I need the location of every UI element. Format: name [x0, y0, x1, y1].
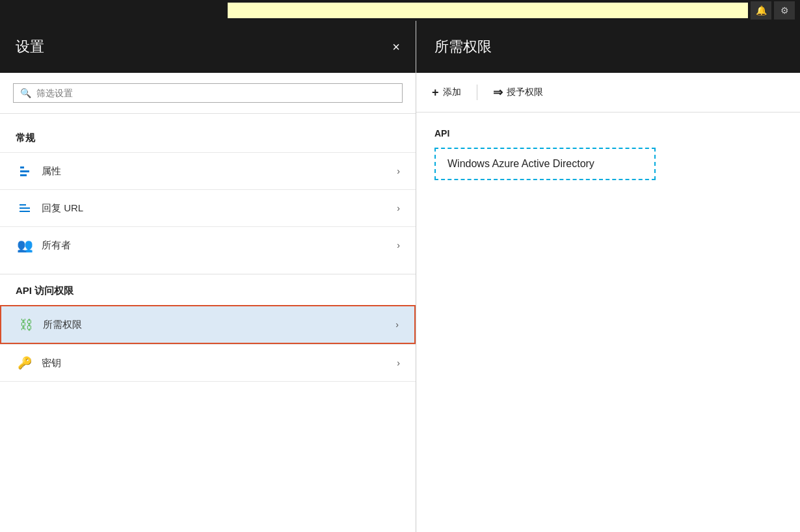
nav-content: 常规 属性 › 回复 URL › — [0, 114, 416, 395]
section-api-label: API 访问权限 — [0, 280, 416, 305]
add-button[interactable]: + 添加 — [432, 86, 461, 100]
section-divider — [0, 274, 416, 274]
search-box: 🔍 — [13, 83, 403, 103]
right-content: API Windows Azure Active Directory — [416, 113, 800, 196]
add-icon: + — [432, 86, 439, 100]
left-panel: 设置 × 🔍 常规 属性 › — [0, 21, 416, 532]
add-label: 添加 — [443, 86, 461, 98]
properties-label: 属性 — [42, 165, 397, 178]
search-container: 🔍 — [0, 73, 416, 114]
nav-item-reply-url[interactable]: 回复 URL › — [0, 189, 416, 226]
nav-item-keys[interactable]: 🔑 密钥 › — [0, 344, 416, 382]
right-header: 所需权限 — [416, 21, 800, 73]
search-input[interactable] — [36, 88, 395, 98]
section-general-label: 常规 — [0, 127, 416, 152]
keys-label: 密钥 — [42, 357, 397, 369]
main-layout: 设置 × 🔍 常规 属性 › — [0, 21, 800, 532]
grant-label: 授予权限 — [507, 86, 543, 98]
nav-item-owners[interactable]: 👥 所有者 › — [0, 226, 416, 263]
nav-item-properties[interactable]: 属性 › — [0, 152, 416, 189]
grant-permissions-button[interactable]: ⇒ 授予权限 — [493, 85, 543, 100]
settings-title: 设置 — [16, 37, 44, 57]
owners-chevron: › — [397, 240, 400, 250]
owners-label: 所有者 — [42, 239, 397, 252]
api-item-waad-label: Windows Azure Active Directory — [447, 158, 594, 169]
api-item-waad[interactable]: Windows Azure Active Directory — [434, 148, 656, 180]
reply-url-label: 回复 URL — [42, 202, 397, 215]
right-panel: 所需权限 + 添加 ⇒ 授予权限 API Windows Azure Activ… — [416, 21, 800, 532]
keys-chevron: › — [397, 358, 400, 368]
nav-item-required-permissions[interactable]: ⛓ 所需权限 › — [0, 305, 416, 344]
notification-button[interactable]: 🔔 — [751, 1, 771, 20]
reply-url-chevron: › — [397, 203, 400, 213]
toolbar-divider — [477, 85, 477, 100]
top-bar-input[interactable] — [228, 3, 748, 18]
right-toolbar: + 添加 ⇒ 授予权限 — [416, 73, 800, 113]
grant-icon: ⇒ — [493, 85, 503, 100]
settings-button[interactable]: ⚙ — [774, 1, 795, 20]
close-button[interactable]: × — [392, 40, 400, 53]
required-permissions-label: 所需权限 — [43, 319, 395, 331]
required-permissions-icon: ⛓ — [17, 315, 35, 334]
properties-chevron: › — [397, 166, 400, 176]
required-permissions-chevron: › — [395, 319, 399, 330]
top-bar: 🔔 ⚙ — [0, 0, 800, 21]
api-section-label: API — [434, 128, 782, 139]
reply-url-icon — [16, 199, 34, 217]
keys-icon: 🔑 — [16, 354, 34, 372]
owners-icon: 👥 — [16, 236, 34, 254]
left-header: 设置 × — [0, 21, 416, 73]
right-header-title: 所需权限 — [434, 37, 492, 57]
search-icon: 🔍 — [20, 88, 31, 98]
properties-icon — [16, 162, 34, 180]
